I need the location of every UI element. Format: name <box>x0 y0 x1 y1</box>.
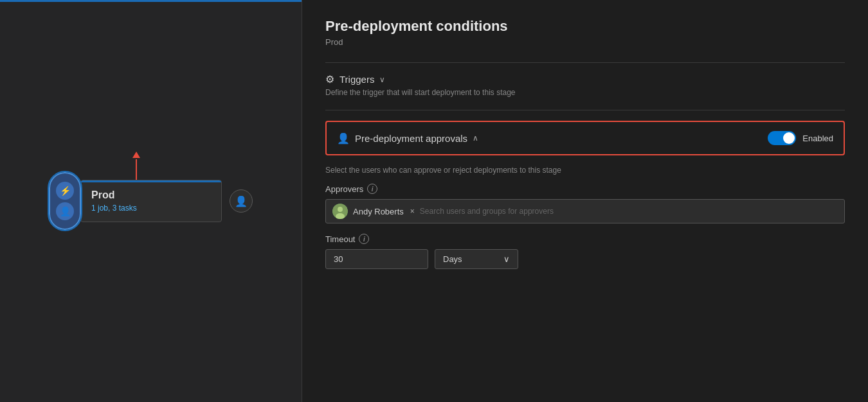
timeout-inputs: Days ∨ <box>325 249 845 269</box>
right-panel: Pre-deployment conditions Prod ⚙ Trigger… <box>302 0 868 402</box>
triggers-section-header[interactable]: ⚙ Triggers ∨ <box>325 73 845 85</box>
stage-box: Prod 1 job, 3 tasks <box>80 180 222 222</box>
person-icon-pill: 👤 <box>56 202 74 220</box>
approvers-info-icon[interactable]: i <box>367 184 377 194</box>
approvers-label-text: Approvers <box>325 184 363 194</box>
top-accent-line <box>0 0 302 2</box>
pipeline-stage: ⚡ 👤 Prod 1 job, 3 tasks 👤 <box>49 172 253 230</box>
approvals-section: 👤 Pre-deployment approvals ∧ Enabled <box>325 121 845 155</box>
stage-icon-pill: ⚡ 👤 <box>49 172 81 230</box>
timeout-info-icon[interactable]: i <box>359 234 369 244</box>
divider-2 <box>325 110 845 110</box>
approvals-toggle[interactable] <box>768 131 796 145</box>
lightning-icon: ⚡ <box>56 182 74 200</box>
approvals-left[interactable]: 👤 Pre-deployment approvals ∧ <box>337 132 478 144</box>
stage-meta: 1 job, 3 tasks <box>91 204 211 213</box>
timeout-number-input[interactable] <box>325 249 428 269</box>
approvals-chevron: ∧ <box>473 134 478 143</box>
svg-point-1 <box>338 207 343 212</box>
timeout-section: Timeout i Days ∨ <box>325 234 845 269</box>
panel-title: Pre-deployment conditions <box>325 18 845 35</box>
timeout-unit-chevron: ∨ <box>503 254 510 264</box>
toggle-label: Enabled <box>802 134 833 143</box>
approvals-person-icon: 👤 <box>337 132 350 144</box>
left-panel: ⚡ 👤 Prod 1 job, 3 tasks 👤 <box>0 0 302 402</box>
approvers-search-placeholder[interactable]: Search users and groups for approvers <box>420 207 838 216</box>
timeout-unit-dropdown[interactable]: Days ∨ <box>435 249 518 269</box>
approvals-title: Pre-deployment approvals <box>355 133 467 144</box>
timeout-unit-value: Days <box>443 254 462 264</box>
panel-subtitle: Prod <box>325 37 845 47</box>
approvals-description: Select the users who can approve or reje… <box>325 166 845 175</box>
avatar-svg <box>332 204 348 219</box>
timeout-label-row: Timeout i <box>325 234 845 244</box>
approver-avatar <box>332 204 348 219</box>
stage-name: Prod <box>91 189 211 201</box>
approvers-label-row: Approvers i <box>325 184 845 194</box>
triggers-description: Define the trigger that will start deplo… <box>325 88 845 97</box>
timeout-label-text: Timeout <box>325 234 355 244</box>
user-button-icon: 👤 <box>235 195 248 207</box>
approvals-header: 👤 Pre-deployment approvals ∧ Enabled <box>337 131 833 145</box>
remove-approver-button[interactable]: × <box>410 207 415 216</box>
toggle-container[interactable]: Enabled <box>768 131 833 145</box>
arrow-head <box>132 152 140 158</box>
approvers-input[interactable]: Andy Roberts × Search users and groups f… <box>325 199 845 223</box>
triggers-icon: ⚙ <box>325 73 334 85</box>
stage-user-button[interactable]: 👤 <box>230 189 253 213</box>
triggers-chevron: ∨ <box>379 75 385 84</box>
divider-1 <box>325 62 845 63</box>
approver-name: Andy Roberts <box>353 207 404 216</box>
triggers-label: Triggers <box>339 74 374 85</box>
